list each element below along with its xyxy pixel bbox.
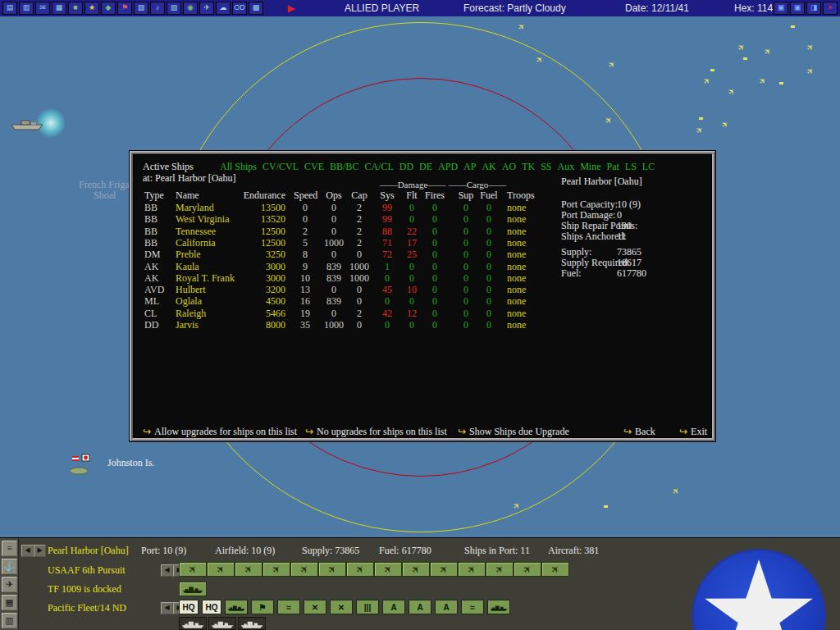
fighter-icon[interactable]: ✈ (179, 562, 207, 577)
air-group-prev-button[interactable]: ◀ (161, 564, 173, 577)
fighter-icon[interactable]: ✈ (514, 562, 541, 577)
target-icon[interactable]: ◉ (183, 2, 198, 15)
fighter-icon[interactable]: ✈ (458, 562, 486, 577)
hq-prev-button[interactable]: ◀ (161, 602, 173, 614)
fighter-icon[interactable]: ✈ (207, 562, 235, 577)
fighter-icon[interactable]: ✈ (486, 562, 514, 577)
ground-unit-icon[interactable]: ⚑ (251, 600, 274, 614)
task-force-ship-icon[interactable] (179, 582, 207, 596)
fighter-icon[interactable]: ✈ (235, 562, 262, 577)
aircraft-marker[interactable]: ✈ (695, 125, 705, 135)
ship-row[interactable]: AKRoyal T. Frank300010839100000000none (133, 273, 559, 285)
unit-marker[interactable] (779, 82, 783, 84)
flag-icon[interactable]: ⚑ (117, 2, 132, 15)
ground-unit-icon[interactable]: ≈ (461, 600, 484, 614)
industry-icon[interactable]: ▥ (2, 613, 17, 628)
ship-in-port-icon[interactable] (238, 617, 266, 630)
fighter-icon[interactable]: ✈ (541, 562, 569, 577)
fighter-icon[interactable]: ✈ (430, 562, 458, 577)
ground-unit-icon[interactable]: ||| (356, 600, 379, 614)
tab-aux[interactable]: Aux (557, 161, 574, 173)
fighter-icon[interactable]: ✈ (402, 562, 430, 577)
ground-unit-icon[interactable]: A (435, 600, 458, 614)
unit-marker[interactable] (743, 57, 747, 60)
fighter-icon[interactable]: ✈ (290, 562, 318, 577)
aircraft-marker[interactable]: ✈ (607, 59, 618, 70)
ship-row[interactable]: DDJarvis8000351000000000none (133, 320, 559, 331)
hq-label[interactable]: Pacific Fleet/14 ND (48, 602, 126, 614)
fighter-icon[interactable]: ✈ (346, 562, 374, 577)
ship-row[interactable]: BBWest Virginia13520002990000none (133, 214, 559, 226)
ship-row[interactable]: BBMaryland13500002990000none (133, 203, 559, 214)
ship-row[interactable]: DMPreble32508007225000none (133, 249, 559, 261)
ground-icon[interactable]: ▦ (2, 595, 17, 610)
units-icon[interactable]: ◆ (101, 2, 116, 15)
allow-upgrades-button[interactable]: ↪Allow upgrades for ships on this list (143, 423, 297, 438)
ship-row[interactable]: AVDHulbert320013004510000none (133, 285, 559, 296)
ship-row[interactable]: BBCalifornia125005100027117000none (133, 238, 559, 249)
ship-in-port-icon[interactable] (208, 617, 236, 630)
ship-row[interactable]: MLOglala450016839000000none (133, 296, 559, 308)
naval-unit-icon[interactable] (225, 600, 248, 614)
naval-unit-icon[interactable] (487, 600, 510, 614)
aircraft-marker[interactable]: ✈ (727, 86, 737, 97)
close-icon[interactable]: × (823, 2, 838, 15)
play-icon[interactable]: ▶ (285, 2, 297, 14)
ground-unit-icon[interactable]: ✕ (330, 600, 353, 614)
window-icon[interactable]: ▣ (774, 2, 788, 15)
orders-icon[interactable]: ≡ (2, 541, 17, 556)
tab-pat[interactable]: Pat (607, 161, 619, 173)
plane-icon[interactable]: ✈ (199, 2, 214, 15)
air-group-label[interactable]: USAAF 6th Pursuit (48, 564, 126, 577)
show-ships-due-upgrade-button[interactable]: ↪Show Ships due Upgrade (458, 423, 569, 438)
map-icon[interactable]: ■ (68, 2, 83, 15)
ship-row[interactable]: BBTennessee125002028822000none (133, 226, 559, 238)
ground-unit-icon[interactable]: ✕ (304, 600, 326, 614)
aircraft-marker[interactable]: ✈ (517, 21, 527, 32)
johnston-island-sprite[interactable] (67, 453, 100, 476)
fighter-icon[interactable]: ✈ (262, 562, 290, 577)
fighter-icon[interactable]: ✈ (318, 562, 346, 577)
aircraft-marker[interactable]: ✈ (671, 486, 682, 496)
aircraft-marker[interactable]: ✈ (702, 75, 713, 86)
hq-unit-icon[interactable]: HQ (202, 600, 221, 614)
star-icon[interactable]: ★ (84, 2, 99, 15)
ship-in-port-icon[interactable] (179, 617, 207, 630)
tab-lc[interactable]: LC (642, 161, 655, 173)
aircraft-marker[interactable]: ✈ (763, 46, 774, 57)
aircraft-marker[interactable]: ✈ (737, 42, 747, 52)
back-button[interactable]: ↪Back (623, 423, 655, 438)
save-icon[interactable]: ▥ (19, 2, 34, 15)
weather-icon[interactable]: ☁ (216, 2, 231, 15)
hq-unit-icon[interactable]: HQ (179, 600, 199, 614)
no-upgrades-button[interactable]: ↪No upgrades for ships on this list (305, 423, 447, 438)
aircraft-icon[interactable]: ✈ (2, 577, 17, 592)
aircraft-marker[interactable]: ✈ (806, 66, 816, 76)
screen-icon[interactable]: ▩ (249, 2, 263, 15)
unit-marker[interactable] (604, 505, 608, 508)
ship-row[interactable]: AKKaula30009839100010000none (133, 262, 559, 273)
window2-icon[interactable]: ▣ (790, 2, 805, 15)
ground-unit-icon[interactable]: A (382, 600, 405, 614)
unit-marker[interactable] (710, 69, 714, 71)
ground-unit-icon[interactable]: A (409, 600, 431, 614)
unit-marker[interactable] (699, 117, 703, 120)
music-icon[interactable]: ♪ (150, 2, 165, 15)
next-base-button[interactable]: ▶ (34, 545, 46, 557)
anchor-icon[interactable]: ⚓ (2, 559, 17, 574)
tab-mine[interactable]: Mine (580, 161, 600, 173)
ground-unit-icon[interactable]: ≈ (277, 600, 300, 614)
task-force-label[interactable]: TF 1009 is docked (48, 583, 121, 596)
aircraft-marker[interactable]: ✈ (758, 75, 769, 86)
unit-marker[interactable] (791, 25, 795, 28)
exit-button[interactable]: ↪Exit (679, 423, 707, 438)
ship-row[interactable]: CLRaleigh546619024212000none (133, 308, 559, 320)
od-icon[interactable]: OD (232, 2, 247, 15)
aircraft-marker[interactable]: ✈ (720, 119, 731, 130)
reports-icon[interactable]: ▦ (52, 2, 66, 15)
mail-icon[interactable]: ✉ (35, 2, 50, 15)
base-name-label[interactable]: Pearl Harbor [Oahu] (48, 545, 129, 557)
panel-icon[interactable]: ◨ (806, 2, 821, 15)
layers-icon[interactable]: ▨ (167, 2, 181, 15)
tab-ls[interactable]: LS (625, 161, 637, 173)
